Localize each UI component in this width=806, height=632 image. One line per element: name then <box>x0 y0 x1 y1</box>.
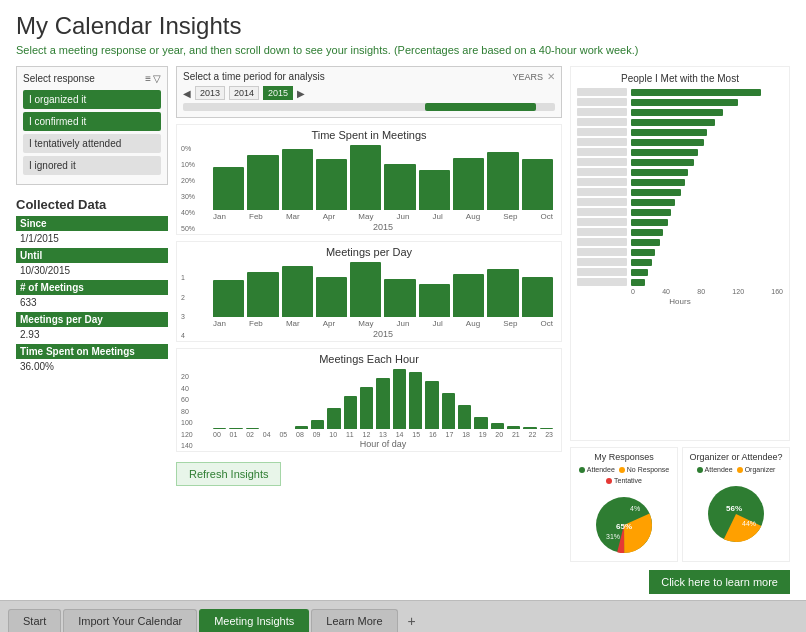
year-buttons: ◀ 2013 2014 2015 ▶ <box>183 86 555 100</box>
close-icon: ✕ <box>547 71 555 82</box>
meetings-per-day-title: Meetings per Day <box>181 246 557 258</box>
organizer-attendee-title: Organizer or Attendee? <box>687 452 785 462</box>
main-container: My Calendar Insights Select a meeting re… <box>0 0 806 600</box>
meetings-hour-x-labels: 0001020405080910111213141516171819202122… <box>209 431 557 438</box>
bar <box>540 428 553 429</box>
people-met-row <box>577 98 783 106</box>
legend-attendee-org: Attendee <box>697 466 733 473</box>
nav-arrows-left[interactable]: ◀ <box>183 88 191 99</box>
people-met-bar-fill <box>631 219 668 226</box>
people-met-row <box>577 268 783 276</box>
bar <box>487 152 518 210</box>
tab-meeting-insights[interactable]: Meeting Insights <box>199 609 309 632</box>
people-met-bar-fill <box>631 139 704 146</box>
meetings-hour-bars <box>209 369 557 429</box>
people-met-bar-fill <box>631 119 715 126</box>
time-spent-chart-wrapper: 50% 40% 30% 20% 10% 0% JanFebMarAprMayJu… <box>181 145 557 232</box>
people-met-name-bar <box>577 248 627 256</box>
bar <box>350 145 381 210</box>
people-met-row <box>577 118 783 126</box>
bar <box>344 396 357 429</box>
meetings-per-day-y-axis: 4 3 2 1 <box>181 262 185 339</box>
pie-charts-row: My Responses Attendee No Response Tentat… <box>570 447 790 562</box>
bar <box>384 279 415 317</box>
until-label: Until <box>16 248 168 263</box>
bar <box>393 369 406 429</box>
people-met-row <box>577 108 783 116</box>
bar <box>316 159 347 210</box>
bar <box>384 164 415 210</box>
people-met-axis: 0 40 80 120 160 <box>577 288 783 295</box>
tab-learn-more[interactable]: Learn More <box>311 609 397 632</box>
people-met-name-bar <box>577 128 627 136</box>
response-btn-ignored[interactable]: I ignored it <box>23 156 161 175</box>
year-btn-2014[interactable]: 2014 <box>229 86 259 100</box>
people-met-row <box>577 258 783 266</box>
meetings-per-day-label: Meetings per Day <box>16 312 168 327</box>
people-met-name-bar <box>577 158 627 166</box>
svg-text:4%: 4% <box>630 505 640 512</box>
meetings-per-day-wrapper: 4 3 2 1 JanFebMarAprMayJunJulAugSepOct 2… <box>181 262 557 339</box>
meetings-hour-wrapper: 140 120 100 80 60 40 20 0001020405080910… <box>181 369 557 449</box>
meetings-day-year: 2015 <box>209 329 557 339</box>
people-met-name-bar <box>577 88 627 96</box>
my-responses-title: My Responses <box>575 452 673 462</box>
time-period-header: Select a time period for analysis YEARS … <box>183 71 555 82</box>
bar <box>316 277 347 317</box>
bar <box>247 272 278 317</box>
tab-bar: Start Import Your Calendar Meeting Insig… <box>0 600 806 632</box>
content-area: Select response ≡ ▽ I organized it I con… <box>16 66 790 594</box>
bar <box>419 170 450 210</box>
page-subtitle: Select a meeting response or year, and t… <box>16 44 790 56</box>
people-met-bar-fill <box>631 229 663 236</box>
response-btn-tentative[interactable]: I tentatively attended <box>23 134 161 153</box>
people-met-row <box>577 148 783 156</box>
bar <box>376 378 389 429</box>
people-met-name-bar <box>577 138 627 146</box>
tab-add-button[interactable]: + <box>400 610 424 632</box>
bar <box>487 269 518 317</box>
bar <box>213 280 244 317</box>
year-btn-2015[interactable]: 2015 <box>263 86 293 100</box>
bar <box>453 158 484 210</box>
bar <box>246 428 259 429</box>
people-met-bars <box>577 88 783 286</box>
bar <box>507 426 520 429</box>
people-met-name-bar <box>577 228 627 236</box>
timeline-bar <box>183 103 555 111</box>
meetings-per-day-value: 2.93 <box>16 328 168 341</box>
nav-arrows-right[interactable]: ▶ <box>297 88 305 99</box>
my-responses-legend: Attendee No Response Tentative <box>575 466 673 484</box>
refresh-button[interactable]: Refresh Insights <box>176 462 281 486</box>
bar <box>491 423 504 429</box>
bar <box>213 428 226 429</box>
time-period-box: Select a time period for analysis YEARS … <box>176 66 562 118</box>
tab-import[interactable]: Import Your Calendar <box>63 609 197 632</box>
people-met-bar-fill <box>631 109 723 116</box>
legend-organizer: Organizer <box>737 466 776 473</box>
since-value: 1/1/2015 <box>16 232 168 245</box>
meetings-count-value: 633 <box>16 296 168 309</box>
svg-text:56%: 56% <box>726 504 742 513</box>
legend-attendee-responses: Attendee <box>579 466 615 473</box>
people-met-bar-fill <box>631 239 660 246</box>
left-panel: Select response ≡ ▽ I organized it I con… <box>16 66 168 594</box>
bar <box>453 274 484 317</box>
learn-more-button[interactable]: Click here to learn more <box>649 570 790 594</box>
people-met-row <box>577 208 783 216</box>
response-btn-confirmed[interactable]: I confirmed it <box>23 112 161 131</box>
people-met-bar-fill <box>631 129 707 136</box>
select-response-box: Select response ≡ ▽ I organized it I con… <box>16 66 168 185</box>
year-btn-2013[interactable]: 2013 <box>195 86 225 100</box>
since-label: Since <box>16 216 168 231</box>
collected-data: Collected Data Since 1/1/2015 Until 10/3… <box>16 197 168 376</box>
tab-start[interactable]: Start <box>8 609 61 632</box>
people-met-name-bar <box>577 178 627 186</box>
bar <box>229 428 242 429</box>
bar <box>522 277 553 317</box>
response-btn-organized[interactable]: I organized it <box>23 90 161 109</box>
bar <box>282 266 313 317</box>
bar <box>247 155 278 210</box>
select-response-label: Select response <box>23 73 95 84</box>
bar <box>282 149 313 210</box>
